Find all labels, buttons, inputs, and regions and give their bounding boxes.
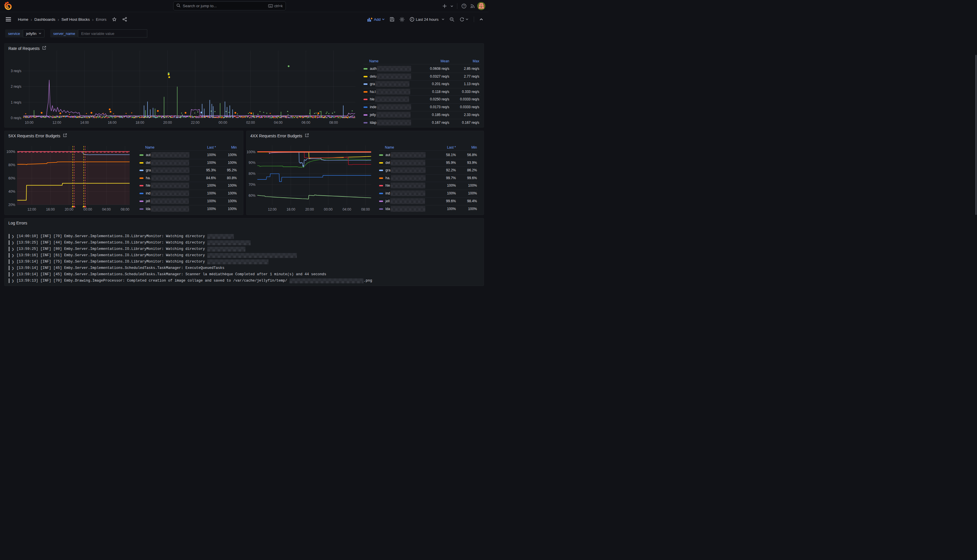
legend-series-name[interactable]: ind [379, 190, 425, 196]
user-avatar[interactable] [477, 2, 486, 10]
legend-series-name[interactable]: hle [139, 183, 189, 188]
log-expand-icon[interactable]: ❯ [12, 273, 14, 277]
legend-series-name[interactable]: jell [139, 198, 189, 204]
log-expand-icon[interactable]: ❯ [12, 266, 14, 270]
log-message: [13:59:25] [INF] [80] Emby.Server.Implem… [17, 247, 205, 251]
legend-series-name[interactable]: inde [364, 104, 411, 110]
log-expand-icon[interactable]: ❯ [12, 279, 14, 280]
log-expand-icon[interactable]: ❯ [12, 241, 14, 245]
svg-text:90%: 90% [249, 161, 256, 165]
legend-series-name[interactable]: hle [364, 97, 409, 102]
redacted-text [207, 253, 297, 258]
log-row[interactable]: ❯[13:59:16] [INF] [61] Emby.Server.Imple… [9, 252, 297, 258]
share-button[interactable] [120, 15, 129, 24]
legend-series-name[interactable]: gra [364, 81, 409, 87]
mega-menu-toggle[interactable] [6, 17, 11, 23]
grafana-logo[interactable] [4, 2, 12, 12]
legend-header-min[interactable]: Min [231, 145, 237, 150]
time-range-label: Last 24 hours [416, 17, 439, 22]
legend-header-min[interactable]: Max [473, 59, 479, 63]
redacted-text [207, 259, 269, 264]
legend-series-name[interactable]: aut [379, 152, 426, 158]
breadcrumb-dashboards[interactable]: Dashboards [34, 17, 55, 22]
legend-header-name[interactable]: Name [145, 145, 154, 150]
legend-series-name[interactable]: delu [364, 73, 411, 79]
legend-series-name[interactable]: ha.t [364, 89, 410, 95]
graph-add-icon [367, 17, 372, 22]
log-row[interactable]: ❯[13:59:14] [INF] [45] Emby.Server.Imple… [9, 265, 224, 271]
legend-series-name[interactable]: jelly [364, 112, 411, 118]
series-color-pill [139, 154, 144, 156]
legend-series-name[interactable]: lda [139, 206, 189, 212]
log-expand-icon[interactable]: ❯ [12, 247, 14, 251]
log-row[interactable]: ❯[13:59:25] [INF] [44] Emby.Server.Imple… [9, 240, 251, 245]
variable-service-picker[interactable]: jellyfin [23, 30, 45, 38]
favorite-star-button[interactable] [110, 15, 119, 24]
redacted-text [151, 190, 189, 196]
legend-series-name[interactable]: gra [379, 167, 426, 173]
breadcrumb-current: Errors [96, 17, 107, 22]
legend-value: 100% [228, 153, 237, 157]
legend-series-name[interactable]: del [139, 160, 189, 166]
legend-series-name[interactable]: ha. [379, 175, 426, 181]
redacted-text [151, 175, 189, 181]
time-range-picker[interactable]: Last 24 hours [408, 16, 446, 23]
variable-server-name-input[interactable]: Enter variable value [78, 30, 147, 38]
svg-text:22:00: 22:00 [191, 121, 199, 125]
legend-value: 0.0333 req/s [460, 105, 479, 109]
legend-value: 80.8% [227, 176, 237, 180]
log-message: [14:00:10] [INF] [70] Emby.Server.Implem… [17, 234, 205, 238]
refresh-button[interactable] [458, 16, 470, 23]
collapse-controls-button[interactable] [478, 17, 485, 22]
new-button[interactable] [440, 2, 449, 10]
legend-header-min[interactable]: Min [471, 145, 477, 150]
news-button[interactable] [468, 2, 477, 10]
search-input[interactable]: Search or jump to... ctrl+k [173, 2, 286, 10]
log-expand-icon[interactable]: ❯ [12, 235, 14, 238]
dashboard-settings-button[interactable] [397, 16, 406, 23]
log-message-suffix: .png [364, 279, 372, 280]
chevron-right-icon: › [30, 17, 33, 22]
legend-row: jell [379, 198, 425, 204]
legend-series-name[interactable]: del [379, 160, 425, 166]
legend-series-name[interactable]: hle [379, 183, 425, 188]
log-row[interactable]: ❯[13:59:13] [INF] [70] Emby.Drawing.Imag… [9, 278, 372, 280]
svg-text:1 req/s: 1 req/s [11, 100, 22, 105]
legend-header-name[interactable]: Name [385, 145, 394, 150]
breadcrumb-folder[interactable]: Self Host Blocks [62, 17, 90, 22]
chevron-right-icon: › [92, 17, 94, 22]
svg-text:80%: 80% [8, 163, 15, 167]
legend-header-last[interactable]: Last * [447, 145, 456, 150]
rate-of-requests-chart[interactable]: 0 req/s1 req/s2 req/s3 req/s10:0012:0014… [5, 43, 484, 128]
log-expand-icon[interactable]: ❯ [12, 253, 14, 257]
series-color-pill [139, 208, 144, 210]
help-button[interactable]: ? [459, 2, 468, 10]
legend-value: 100% [447, 191, 456, 195]
log-row[interactable]: ❯[14:00:10] [INF] [70] Emby.Server.Imple… [9, 233, 234, 239]
legend-series-name[interactable]: ldap [364, 120, 411, 125]
log-row[interactable]: ❯[13:59:14] [INF] [75] Emby.Server.Imple… [9, 259, 269, 265]
log-row[interactable]: ❯[13:59:25] [INF] [80] Emby.Server.Imple… [9, 246, 246, 252]
legend-header-name[interactable]: Name [369, 59, 379, 63]
save-dashboard-button[interactable] [388, 16, 396, 23]
svg-text:04:00: 04:00 [274, 121, 283, 125]
legend-series-name[interactable]: ha. [139, 175, 189, 181]
legend-series-name[interactable]: aut [139, 152, 189, 158]
new-dropdown-chevron-icon[interactable] [449, 2, 455, 10]
svg-text:2 req/s: 2 req/s [11, 85, 22, 88]
legend-header-mean[interactable]: Mean [441, 59, 449, 63]
breadcrumb-home[interactable]: Home [18, 17, 28, 22]
legend-series-name[interactable]: gra [139, 167, 189, 173]
legend-series-name[interactable]: ind [139, 190, 189, 196]
legend-value: 100% [468, 183, 477, 188]
legend-header-last[interactable]: Last * [207, 145, 216, 150]
log-expand-icon[interactable]: ❯ [12, 260, 14, 264]
variable-server-name-label: server_name [50, 30, 78, 38]
legend-series-name[interactable]: jell [379, 198, 425, 204]
zoom-out-button[interactable] [448, 16, 456, 23]
add-panel-button[interactable]: Add [366, 16, 387, 23]
legend-series-name[interactable]: lda [379, 206, 425, 212]
svg-text:100%: 100% [247, 150, 256, 154]
legend-series-name[interactable]: auth [364, 66, 411, 72]
log-row[interactable]: ❯[13:59:14] [INF] [45] Emby.Server.Imple… [9, 272, 326, 277]
